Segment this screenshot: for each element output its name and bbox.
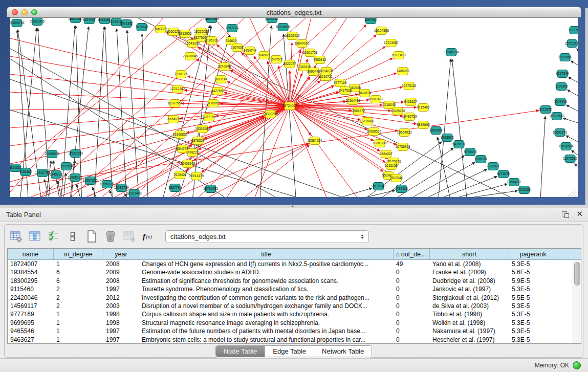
graph-node[interactable]: 10655287 [68, 18, 83, 23]
table-cell[interactable]: 5.3E-5 [509, 285, 557, 293]
graph-node[interactable]: 1615152 [385, 162, 398, 170]
table-cell[interactable]: Embryonic stem cells: a model to study s… [139, 336, 394, 344]
graph-node[interactable]: 9329966 [559, 54, 572, 61]
table-cell[interactable]: 0 [394, 277, 430, 285]
show-columns-icon[interactable] [28, 229, 42, 244]
graph-node[interactable]: 18325419 [285, 32, 300, 40]
table-cell[interactable]: Dudbridge et al. (2008) [430, 277, 509, 285]
graph-edge[interactable] [571, 61, 578, 65]
float-window-icon[interactable] [562, 210, 570, 218]
table-cell[interactable]: Investigating the contribution of common… [139, 294, 394, 302]
table-cell[interactable]: 6 [54, 268, 103, 276]
graph-node[interactable]: 1112768 [569, 27, 578, 34]
table-cell[interactable]: Tibbo et al. (1998) [430, 310, 509, 318]
graph-node[interactable]: 8899695 [417, 121, 430, 129]
table-cell[interactable]: 1997 [103, 336, 139, 344]
graph-edge[interactable] [245, 145, 309, 197]
column-header-out_de[interactable]: △out_de... [394, 249, 430, 259]
graph-node[interactable]: 10807487 [368, 96, 383, 103]
table-cell[interactable]: Franke et al. (2009) [430, 268, 509, 276]
graph-node[interactable]: 12975115 [402, 82, 417, 90]
graph-node[interactable]: 10654112 [507, 179, 521, 186]
table-cell[interactable]: 0 [394, 336, 430, 344]
table-cell[interactable]: 9699695 [8, 319, 54, 327]
graph-node[interactable]: 14136141 [371, 183, 386, 190]
table-cell[interactable]: 2003 [103, 302, 139, 310]
table-row[interactable]: 969969511998Structural magnetic resonanc… [8, 319, 573, 327]
graph-node[interactable]: 18640910 [295, 40, 310, 48]
graph-edge[interactable] [77, 184, 80, 197]
graph-node[interactable]: 3824534 [358, 90, 372, 97]
graph-node[interactable]: 16648784 [444, 49, 459, 56]
graph-node[interactable]: 8813054 [266, 18, 279, 23]
graph-node[interactable]: 1209358 [555, 83, 569, 91]
column-header-year[interactable]: year [103, 249, 139, 259]
graph-node[interactable]: 7932621 [487, 163, 500, 170]
graph-node[interactable]: 19958107 [100, 181, 115, 188]
graph-node[interactable]: 20891416 [30, 18, 45, 26]
graph-edge[interactable] [474, 191, 518, 197]
table-cell[interactable]: Stergiakouli et al. (2012) [430, 294, 509, 302]
table-cell[interactable]: 5.9E-5 [509, 277, 557, 285]
table-cell[interactable]: 1998 [103, 310, 139, 318]
graph-node[interactable]: 19384554 [307, 137, 322, 145]
graph-node[interactable]: 2718126 [175, 71, 188, 78]
table-cell[interactable]: de Silva et al. (2003) [430, 302, 509, 310]
graph-edge[interactable] [567, 90, 578, 96]
graph-edge[interactable] [10, 106, 290, 182]
graph-node[interactable]: 9242848 [218, 63, 231, 71]
graph-edge[interactable] [342, 188, 372, 197]
graph-edge[interactable] [127, 30, 139, 197]
graph-node[interactable]: 1498222 [186, 149, 199, 157]
table-cell[interactable]: 1997 [103, 327, 139, 335]
graph-node[interactable]: 16961758 [303, 49, 318, 57]
graph-edge[interactable] [428, 169, 487, 197]
table-row[interactable]: 1872400712008Changes of HCN gene express… [8, 260, 573, 268]
table-cell[interactable]: 9115460 [8, 285, 54, 293]
graph-node[interactable]: 19218596 [276, 24, 291, 31]
table-cell[interactable]: Yano et al. (2008) [430, 260, 509, 268]
scrollbar-thumb[interactable] [574, 262, 580, 286]
graph-node[interactable]: 8878352 [191, 137, 205, 145]
table-cell[interactable]: 1997 [103, 285, 139, 293]
table-cell[interactable]: 0 [394, 310, 430, 318]
table-row[interactable]: 977716911998Corpus callosum shape and si… [8, 310, 573, 318]
graph-edge[interactable] [413, 162, 475, 197]
graph-node[interactable]: 12213362 [170, 85, 185, 93]
window-titlebar[interactable]: citations_edges.txt [7, 7, 581, 17]
graph-node[interactable]: 16210643 [550, 113, 564, 120]
graph-node[interactable]: 9146821 [258, 52, 271, 59]
function-builder-icon[interactable]: f(x) [141, 229, 156, 244]
graph-edge[interactable] [290, 106, 398, 131]
graph-node[interactable]: 8427552 [211, 87, 225, 95]
resize-grip-icon[interactable] [571, 191, 576, 196]
graph-node[interactable]: 9227349 [556, 70, 570, 78]
table-cell[interactable]: 5.6E-5 [509, 268, 557, 276]
table-cell[interactable]: 2009 [103, 268, 139, 276]
graph-node[interactable]: 2522544 [390, 174, 403, 182]
table-cell[interactable]: Wolkin et al. (1998) [430, 319, 509, 327]
graph-node[interactable]: 20206536 [45, 150, 59, 158]
graph-node[interactable]: 7515546 [136, 24, 149, 31]
table-cell[interactable]: 6 [54, 277, 103, 285]
graph-node[interactable]: 8454749 [244, 47, 257, 55]
table-cell[interactable]: 14569117 [8, 302, 54, 310]
graph-edge[interactable] [290, 106, 326, 197]
graph-node[interactable]: 9245652 [518, 186, 531, 194]
graph-node[interactable]: 8215955 [539, 106, 553, 114]
table-cell[interactable]: 9777169 [8, 310, 54, 318]
graph-edge[interactable] [193, 26, 211, 197]
graph-edge[interactable] [571, 150, 578, 155]
graph-node[interactable]: 7857224 [226, 25, 239, 32]
tab-node-table[interactable]: Node Table [216, 346, 266, 357]
graph-edge[interactable] [76, 26, 82, 197]
graph-edge[interactable] [115, 106, 290, 197]
graph-node[interactable]: 8471676 [497, 170, 510, 178]
graph-node[interactable]: 8912955 [179, 30, 192, 38]
column-header-name[interactable]: name [8, 249, 54, 259]
table-cell[interactable]: 0 [394, 268, 430, 276]
table-cell[interactable]: 1 [54, 260, 103, 268]
graph-edge[interactable] [566, 136, 578, 142]
table-cell[interactable]: 2012 [103, 294, 139, 302]
graph-node[interactable]: 9857791 [168, 184, 182, 192]
